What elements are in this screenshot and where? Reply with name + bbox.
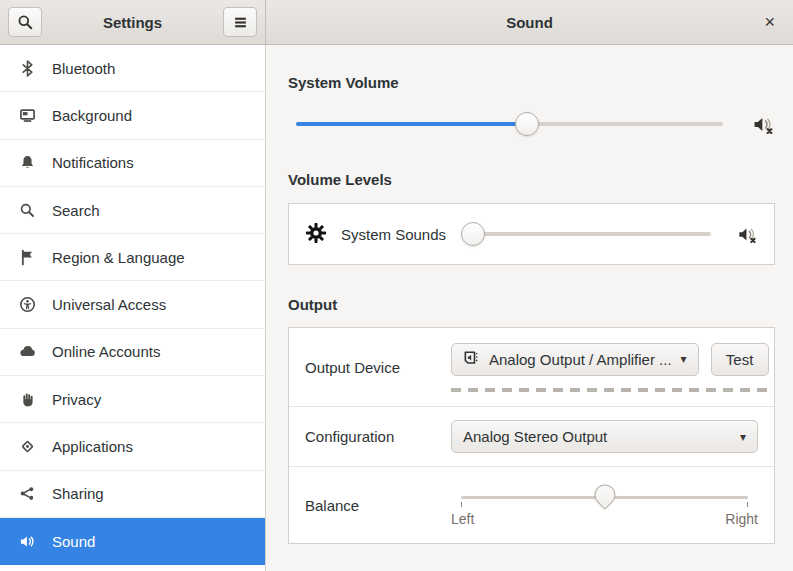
slider-fill bbox=[296, 122, 527, 126]
volume-muted-icon bbox=[737, 224, 758, 245]
sidebar-item-label: Sound bbox=[52, 533, 95, 550]
sharing-icon bbox=[19, 485, 36, 502]
balance-thumb[interactable] bbox=[590, 480, 620, 510]
applications-icon bbox=[19, 438, 36, 455]
sidebar-item-online-accounts[interactable]: Online Accounts bbox=[0, 329, 265, 376]
output-card: Output Device Analog Output / Am bbox=[288, 327, 775, 544]
slider-thumb[interactable] bbox=[515, 112, 539, 136]
sidebar-item-label: Online Accounts bbox=[52, 343, 160, 360]
balance-tick-left bbox=[461, 502, 462, 507]
configuration-value: Analog Stereo Output bbox=[463, 428, 731, 445]
search-button[interactable] bbox=[8, 7, 42, 37]
search-icon bbox=[19, 202, 36, 219]
balance-tick-right bbox=[747, 502, 748, 507]
panel-title: Sound bbox=[506, 14, 553, 31]
sidebar-item-notifications[interactable]: Notifications bbox=[0, 140, 265, 187]
slider-track[interactable] bbox=[466, 232, 711, 236]
sidebar: Bluetooth Background Notifications Searc… bbox=[0, 45, 266, 571]
system-sounds-slider[interactable] bbox=[466, 222, 711, 246]
sidebar-item-search[interactable]: Search bbox=[0, 187, 265, 234]
notifications-icon bbox=[19, 154, 36, 171]
output-device-value: Analog Output / Amplifier ... bbox=[489, 351, 672, 368]
sidebar-item-label: Search bbox=[52, 202, 100, 219]
sidebar-item-label: Universal Access bbox=[52, 296, 166, 313]
sidebar-item-background[interactable]: Background bbox=[0, 92, 265, 139]
menu-button[interactable] bbox=[223, 7, 257, 37]
balance-left-label: Left bbox=[451, 511, 474, 527]
sidebar-item-label: Bluetooth bbox=[52, 60, 115, 77]
balance-slider[interactable] bbox=[461, 484, 748, 508]
output-device-dropdown[interactable]: Analog Output / Amplifier ... ▾ bbox=[451, 343, 699, 376]
sidebar-item-bluetooth[interactable]: Bluetooth bbox=[0, 45, 265, 92]
sidebar-item-sharing[interactable]: Sharing bbox=[0, 471, 265, 518]
sidebar-item-applications[interactable]: Applications bbox=[0, 423, 265, 470]
right-headerbar[interactable]: Sound × bbox=[266, 0, 793, 45]
sidebar-item-label: Privacy bbox=[52, 391, 101, 408]
online-accounts-icon bbox=[19, 343, 36, 360]
sidebar-item-label: Region & Language bbox=[52, 249, 185, 266]
settings-window: Settings Sound × Bluetooth Background bbox=[0, 0, 793, 571]
privacy-icon bbox=[19, 391, 36, 408]
sidebar-item-label: Notifications bbox=[52, 154, 134, 171]
region-language-icon bbox=[19, 249, 36, 266]
system-volume-heading: System Volume bbox=[288, 74, 775, 92]
sidebar-item-privacy[interactable]: Privacy bbox=[0, 376, 265, 423]
left-headerbar[interactable]: Settings bbox=[0, 0, 266, 45]
volume-muted-icon bbox=[752, 113, 775, 136]
system-volume-slider[interactable] bbox=[296, 112, 723, 136]
slider-thumb[interactable] bbox=[461, 222, 485, 246]
volume-levels-heading: Volume Levels bbox=[288, 171, 775, 189]
sidebar-item-universal-access[interactable]: Universal Access bbox=[0, 281, 265, 328]
sidebar-item-label: Background bbox=[52, 107, 132, 124]
search-icon bbox=[17, 14, 34, 31]
hamburger-menu-icon bbox=[233, 16, 248, 29]
output-device-label: Output Device bbox=[305, 359, 451, 376]
soundcard-icon bbox=[463, 349, 480, 369]
universal-access-icon bbox=[19, 296, 36, 313]
bluetooth-icon bbox=[19, 60, 36, 77]
output-heading: Output bbox=[288, 296, 775, 314]
background-icon bbox=[19, 107, 36, 124]
configuration-dropdown[interactable]: Analog Stereo Output ▾ bbox=[451, 420, 758, 453]
sidebar-item-label: Applications bbox=[52, 438, 133, 455]
volume-level-row-system-sounds: System Sounds bbox=[289, 204, 774, 264]
configuration-label: Configuration bbox=[305, 428, 451, 445]
volume-levels-card: System Sounds bbox=[288, 203, 775, 265]
chevron-down-icon: ▾ bbox=[681, 352, 687, 366]
output-device-row: Output Device Analog Output / Am bbox=[289, 328, 774, 406]
balance-right-label: Right bbox=[725, 511, 758, 527]
sound-icon bbox=[19, 533, 36, 550]
sidebar-item-sound[interactable]: Sound bbox=[0, 518, 265, 565]
close-icon[interactable]: × bbox=[758, 0, 781, 44]
sidebar-item-region-language[interactable]: Region & Language bbox=[0, 234, 265, 281]
window-title: Settings bbox=[48, 14, 217, 31]
test-speakers-button[interactable]: Test bbox=[711, 343, 769, 376]
output-level-meter bbox=[451, 388, 769, 392]
balance-label: Balance bbox=[305, 497, 451, 514]
balance-row: Balance Left Right bbox=[289, 466, 774, 543]
gear-icon bbox=[305, 222, 327, 247]
sound-panel: System Volume Volume Levels bbox=[266, 45, 793, 571]
volume-level-label: System Sounds bbox=[341, 226, 446, 243]
chevron-down-icon: ▾ bbox=[740, 430, 746, 444]
system-volume-row bbox=[288, 112, 775, 136]
sidebar-item-label: Sharing bbox=[52, 485, 104, 502]
configuration-row: Configuration Analog Stereo Output ▾ bbox=[289, 406, 774, 466]
